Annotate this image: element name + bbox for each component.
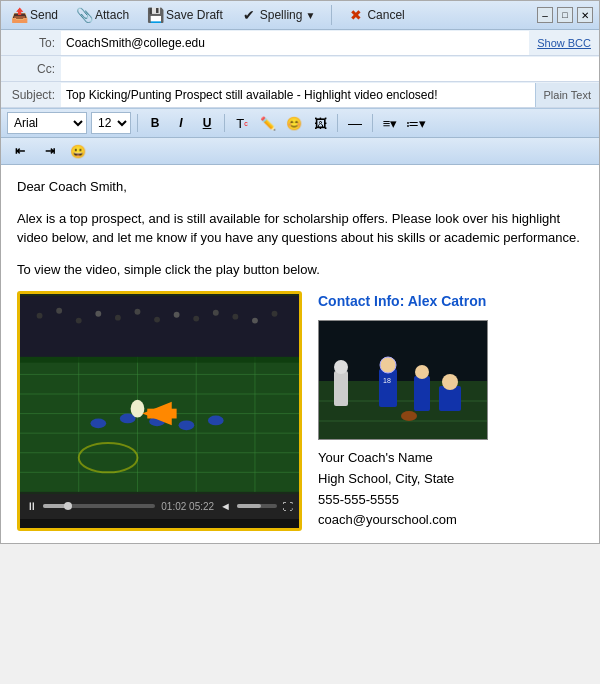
email-body: Dear Coach Smith, Alex is a top prospect… (1, 165, 599, 543)
email-address: coach@yourschool.com (318, 510, 583, 531)
smiley-button[interactable]: 😀 (67, 140, 89, 162)
svg-point-18 (115, 315, 121, 321)
save-draft-button[interactable]: 💾 Save Draft (143, 5, 227, 25)
svg-point-24 (232, 314, 238, 320)
attach-button[interactable]: 📎 Attach (72, 5, 133, 25)
svg-rect-34 (147, 409, 176, 419)
svg-point-22 (193, 316, 199, 322)
image-button[interactable]: 🖼 (309, 112, 331, 134)
svg-point-15 (56, 308, 62, 314)
svg-point-17 (95, 311, 101, 317)
send-button[interactable]: 📤 Send (7, 5, 62, 25)
close-button[interactable]: ✕ (577, 7, 593, 23)
contact-info-section: Contact Info: Alex Catron (318, 291, 583, 531)
svg-rect-43 (379, 369, 397, 407)
to-row: To: Show BCC (1, 30, 599, 56)
cc-row: Cc: (1, 56, 599, 82)
subject-input[interactable] (61, 83, 535, 107)
svg-point-49 (442, 374, 458, 390)
subject-row: Subject: Plain Text (1, 82, 599, 108)
phone-number: 555-555-5555 (318, 490, 583, 511)
cc-input[interactable] (61, 57, 599, 81)
spelling-icon: ✔ (241, 7, 257, 23)
svg-point-20 (154, 317, 160, 323)
to-input[interactable] (61, 31, 529, 55)
align-button[interactable]: ≡▾ (379, 112, 401, 134)
bold-button[interactable]: B (144, 112, 166, 134)
maximize-button[interactable]: □ (557, 7, 573, 23)
contact-photo: 18 (318, 320, 488, 440)
svg-point-21 (174, 312, 180, 318)
time-display: 01:02 05:22 (161, 499, 214, 514)
body-paragraph2: To view the video, simple click the play… (17, 260, 583, 280)
contact-photo-svg: 18 (319, 321, 488, 440)
field-svg (20, 294, 299, 494)
font-size-select[interactable]: 10 12 14 16 (91, 112, 131, 134)
progress-bar[interactable] (43, 504, 155, 508)
volume-icon[interactable]: ◄ (220, 498, 231, 515)
cancel-button[interactable]: ✖ Cancel (344, 5, 408, 25)
text-color-button[interactable]: Tc (231, 112, 253, 134)
svg-point-14 (37, 313, 43, 319)
svg-point-47 (415, 365, 429, 379)
svg-rect-13 (20, 296, 299, 357)
attach-icon: 📎 (76, 7, 92, 23)
spelling-button[interactable]: ✔ Spelling ▼ (237, 5, 320, 25)
save-icon: 💾 (147, 7, 163, 23)
font-select[interactable]: Arial Times New Roman Verdana (7, 112, 87, 134)
subject-label: Subject: (1, 88, 61, 102)
emoji-button[interactable]: 😊 (283, 112, 305, 134)
svg-rect-41 (334, 371, 348, 406)
contact-details: Your Coach's Name High School, City, Sta… (318, 448, 583, 531)
minimize-button[interactable]: – (537, 7, 553, 23)
cc-label: Cc: (1, 62, 61, 76)
svg-point-16 (76, 318, 82, 324)
svg-point-27 (90, 418, 106, 428)
svg-rect-46 (414, 376, 430, 411)
email-compose-window: 📤 Send 📎 Attach 💾 Save Draft ✔ Spelling … (0, 0, 600, 544)
svg-text:18: 18 (383, 377, 391, 384)
video-player[interactable]: ⏸ 01:02 05:22 ◄ ⛶ (17, 291, 302, 531)
contact-title: Contact Info: Alex Catron (318, 291, 583, 312)
italic-button[interactable]: I (170, 112, 192, 134)
cancel-icon: ✖ (348, 7, 364, 23)
video-screen (20, 294, 299, 494)
highlight-button[interactable]: ✏️ (257, 112, 279, 134)
svg-point-50 (401, 411, 417, 421)
svg-point-23 (213, 310, 219, 316)
indent-right-button[interactable]: ⇥ (37, 140, 63, 162)
svg-point-26 (272, 311, 278, 317)
list-button[interactable]: ≔▾ (405, 112, 427, 134)
school-name: High School, City, State (318, 469, 583, 490)
svg-point-30 (179, 420, 195, 430)
svg-point-31 (208, 416, 224, 426)
volume-bar[interactable] (237, 504, 277, 508)
plain-text-button[interactable]: Plain Text (535, 83, 600, 107)
coach-name: Your Coach's Name (318, 448, 583, 469)
to-label: To: (1, 36, 61, 50)
fullscreen-button[interactable]: ⛶ (283, 499, 293, 514)
format-toolbar: Arial Times New Roman Verdana 10 12 14 1… (1, 109, 599, 138)
content-row: ⏸ 01:02 05:22 ◄ ⛶ Contac (17, 291, 583, 531)
svg-point-32 (131, 400, 145, 418)
greeting-text: Dear Coach Smith, (17, 177, 583, 197)
pause-button[interactable]: ⏸ (26, 498, 37, 515)
underline-button[interactable]: U (196, 112, 218, 134)
indent-left-button[interactable]: ⇤ (7, 140, 33, 162)
svg-point-25 (252, 318, 258, 324)
send-icon: 📤 (11, 7, 27, 23)
body-paragraph1: Alex is a top prospect, and is still ava… (17, 209, 583, 248)
hr-button[interactable]: — (344, 112, 366, 134)
show-bcc-button[interactable]: Show BCC (529, 37, 599, 49)
svg-point-19 (135, 309, 141, 315)
header-fields: To: Show BCC Cc: Subject: Plain Text (1, 30, 599, 109)
progress-dot (64, 502, 72, 510)
toolbar-separator (331, 5, 332, 25)
format-toolbar2: ⇤ ⇥ 😀 (1, 138, 599, 165)
svg-point-42 (334, 360, 348, 374)
video-controls: ⏸ 01:02 05:22 ◄ ⛶ (20, 494, 299, 519)
main-toolbar: 📤 Send 📎 Attach 💾 Save Draft ✔ Spelling … (1, 1, 599, 30)
